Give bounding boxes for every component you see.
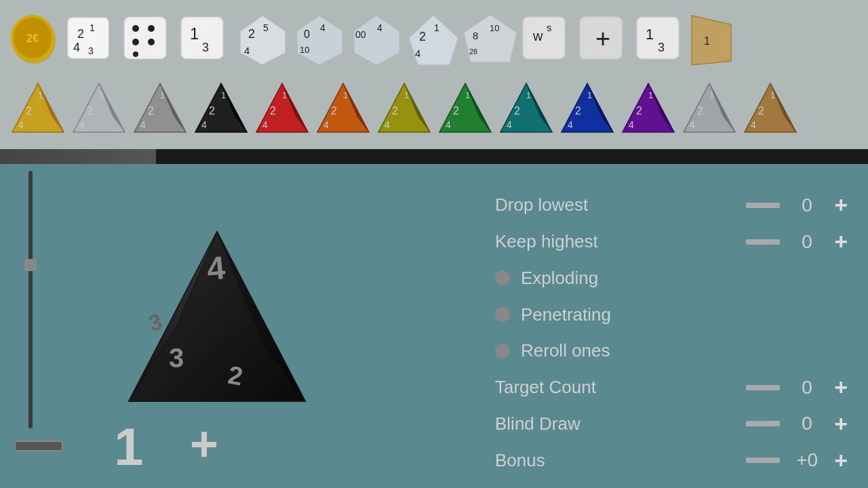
svg-text:2: 2 [575,105,581,117]
svg-text:2: 2 [248,27,255,41]
drop-lowest-row: Drop lowest 0 + [495,191,848,220]
svg-text:4: 4 [568,119,573,130]
keep-highest-plus[interactable]: + [834,228,848,255]
svg-text:2: 2 [270,105,276,117]
die-d10-3[interactable]: 004 [349,12,404,68]
die-d4-black[interactable]: 2 1 4 [191,79,251,139]
target-count-value: 0 [793,377,821,399]
svg-point-13 [132,39,139,45]
drop-lowest-plus[interactable]: + [834,192,848,218]
keep-highest-value: 0 [793,231,821,253]
svg-text:4: 4 [415,47,420,59]
main-area: 4 3 2 3 1 + Drop lowest 0 [0,164,868,488]
svg-text:0: 0 [304,28,310,40]
svg-text:4: 4 [79,119,85,130]
die-d6-w4[interactable]: 13 [633,12,689,68]
dice-count-display: 1 [108,416,149,478]
svg-text:10: 10 [300,45,309,55]
die-d-partial[interactable]: 1 [690,12,746,68]
penetrating-row: Penetrating [495,300,848,329]
svg-text:4: 4 [507,119,512,130]
die-d6-letter[interactable]: ws [519,12,575,68]
size-slider[interactable] [24,171,37,428]
bonus-plus[interactable]: + [834,447,848,474]
blind-draw-label: Blind Draw [495,413,631,434]
svg-text:w: w [532,28,543,43]
penetrating-toggle[interactable] [495,307,510,322]
svg-text:4: 4 [629,119,634,130]
die-d10-2[interactable]: 0410 [292,12,347,68]
exploding-row: Exploding [495,264,848,293]
die-d4-wood[interactable]: 2 1 4 [741,79,800,139]
svg-text:4: 4 [446,119,451,130]
dice-row-cubes: 2€214313254041000421481028ws+131 [7,3,861,77]
svg-text:1: 1 [282,90,287,100]
die-d4-gold[interactable]: 2 1 4 [8,79,68,139]
exploding-toggle[interactable] [495,270,510,285]
die-d6-dots[interactable] [121,12,176,68]
die-coin[interactable]: 2€ [7,12,62,68]
svg-text:4: 4 [140,119,146,130]
svg-point-14 [148,39,155,45]
svg-text:2: 2 [514,105,520,117]
die-d20[interactable]: 81028 [462,12,518,68]
svg-text:8: 8 [473,30,478,41]
blind-draw-plus[interactable]: + [834,411,848,437]
drop-lowest-minus[interactable] [746,203,780,208]
svg-text:1: 1 [221,90,226,100]
target-count-minus[interactable] [746,385,780,390]
svg-point-12 [148,25,155,32]
dice-row-tetra: 2 1 4 2 1 4 2 1 4 2 1 4 2 1 4 [7,77,861,141]
die-d8[interactable]: 214 [406,12,461,68]
die-d4-red[interactable]: 2 1 4 [252,79,312,139]
die-d10-1[interactable]: 254 [235,12,290,68]
die-d6-plus[interactable]: + [576,12,632,68]
keep-highest-row: Keep highest 0 + [495,228,848,256]
svg-point-15 [133,52,138,57]
svg-text:2: 2 [331,105,337,117]
reroll-ones-toggle[interactable] [495,344,510,359]
die-d4-teal[interactable]: 2 1 4 [496,79,556,139]
svg-text:2: 2 [392,105,398,117]
die-d4-orange[interactable]: 2 1 4 [313,79,373,139]
reroll-ones-label: Reroll ones [521,340,610,361]
die-d4-green[interactable]: 2 1 4 [435,79,495,139]
die-d4-grey[interactable]: 2 1 4 [130,79,190,139]
svg-text:1: 1 [465,90,470,100]
die-d6-w1[interactable]: 2143 [64,12,119,68]
penetrating-label: Penetrating [521,304,611,325]
die-d4-blue[interactable]: 2 1 4 [557,79,617,139]
die-d4-silver1[interactable]: 2 1 4 [69,79,129,139]
svg-text:4: 4 [377,22,382,33]
die-d4-silver2[interactable]: 2 1 4 [679,79,739,139]
keep-highest-minus[interactable] [746,239,780,245]
bonus-minus[interactable] [746,458,780,463]
svg-text:1: 1 [90,22,95,33]
target-count-row: Target Count 0 + [495,373,848,402]
svg-rect-10 [124,17,166,59]
svg-text:00: 00 [355,29,366,40]
bonus-value: +0 [793,449,821,471]
svg-text:1: 1 [646,26,654,43]
keep-highest-label: Keep highest [495,231,631,252]
dice-count-minus[interactable] [14,436,68,459]
blind-draw-minus[interactable] [746,421,780,426]
svg-text:3: 3 [658,41,665,54]
die-d4-purple[interactable]: 2 1 4 [618,79,678,139]
exploding-label: Exploding [521,268,598,289]
svg-text:1: 1 [648,90,653,100]
svg-text:1: 1 [770,90,775,100]
slider-thumb[interactable] [24,259,37,271]
svg-rect-38 [523,17,565,59]
svg-text:1: 1 [190,24,199,43]
die-d6-w3[interactable]: 13 [178,12,233,68]
dice-count-plus[interactable]: + [190,420,218,468]
svg-text:2: 2 [758,105,764,117]
die-d4-yellow[interactable]: 2 1 4 [374,79,434,139]
right-panel: Drop lowest 0 + Keep highest 0 + Explodi… [461,164,868,488]
svg-text:1: 1 [587,90,592,100]
svg-text:4: 4 [323,119,329,130]
svg-text:1: 1 [704,35,710,47]
target-count-plus[interactable]: + [834,374,848,401]
svg-text:2: 2 [697,105,703,117]
